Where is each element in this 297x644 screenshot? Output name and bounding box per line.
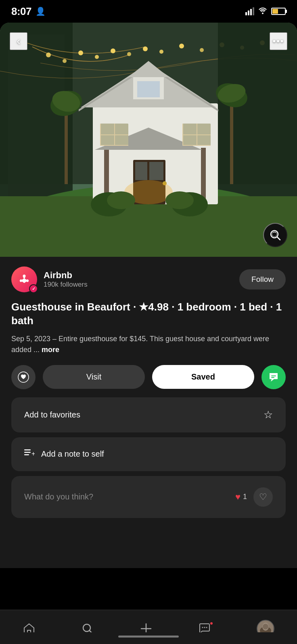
battery-icon bbox=[271, 8, 286, 15]
comment-button[interactable] bbox=[11, 365, 36, 389]
add-note-item[interactable]: + Add a note to self bbox=[11, 437, 286, 471]
svg-rect-67 bbox=[24, 454, 29, 455]
status-icons bbox=[245, 7, 286, 16]
hero-image-container: ‹ ••• bbox=[0, 23, 297, 257]
svg-point-10 bbox=[143, 46, 148, 51]
svg-point-6 bbox=[78, 50, 83, 55]
action-row: Visit Saved bbox=[11, 365, 286, 389]
favorites-label: Add to favorites bbox=[24, 410, 80, 420]
hero-image bbox=[0, 23, 297, 257]
svg-rect-31 bbox=[135, 162, 147, 180]
heart-count: ♥ 1 bbox=[235, 492, 247, 502]
signal-bars bbox=[245, 7, 254, 15]
publisher-left: ✓ Airbnb 190k followers bbox=[11, 266, 88, 292]
svg-rect-66 bbox=[24, 452, 31, 453]
add-to-favorites-item[interactable]: Add to favorites ☆ bbox=[11, 397, 286, 432]
note-lines-icon: + bbox=[24, 449, 35, 457]
svg-point-12 bbox=[179, 44, 184, 48]
note-left: + Add a note to self bbox=[24, 449, 104, 460]
svg-rect-32 bbox=[149, 162, 163, 180]
comment-heart-icon bbox=[18, 371, 29, 383]
svg-line-58 bbox=[277, 237, 280, 240]
options-list: Add to favorites ☆ + Add a note to self … bbox=[11, 397, 286, 518]
home-indicator bbox=[118, 636, 179, 638]
svg-marker-62 bbox=[271, 379, 274, 382]
airbnb-logo-inner bbox=[17, 272, 31, 287]
svg-point-9 bbox=[127, 52, 131, 56]
publisher-row: ✓ Airbnb 190k followers Follow bbox=[11, 266, 286, 292]
svg-point-11 bbox=[159, 50, 163, 54]
svg-rect-3 bbox=[8, 35, 65, 196]
comment-row[interactable]: What do you think? ♥ 1 ♡ bbox=[11, 476, 286, 518]
note-icon: + bbox=[24, 449, 35, 460]
post-title-text: Guesthouse in Beaufort · ★4.98 · 1 bedro… bbox=[11, 301, 282, 327]
svg-rect-64 bbox=[271, 377, 274, 378]
publisher-name: Airbnb bbox=[44, 270, 88, 281]
svg-rect-20 bbox=[0, 196, 297, 257]
more-link[interactable]: more bbox=[42, 346, 59, 354]
heart-outline-icon: ♡ bbox=[259, 492, 267, 502]
post-description: Sep 5, 2023 – Entire guesthouse for $145… bbox=[11, 334, 286, 355]
visual-search-button[interactable] bbox=[263, 223, 287, 247]
verified-badge: ✓ bbox=[29, 284, 38, 293]
more-button[interactable]: ••• bbox=[270, 32, 287, 50]
status-time: 8:07 bbox=[11, 5, 31, 18]
svg-point-7 bbox=[95, 55, 99, 59]
content-area: ✓ Airbnb 190k followers Follow Guesthous… bbox=[0, 257, 297, 568]
red-heart-icon: ♥ bbox=[235, 492, 241, 502]
svg-rect-26 bbox=[137, 81, 160, 97]
svg-rect-65 bbox=[24, 449, 31, 451]
publisher-avatar: ✓ bbox=[11, 266, 37, 292]
saved-button[interactable]: Saved bbox=[152, 365, 254, 389]
svg-point-50 bbox=[165, 191, 194, 209]
message-icon bbox=[268, 371, 280, 383]
svg-point-75 bbox=[206, 627, 207, 628]
svg-point-5 bbox=[63, 59, 67, 63]
svg-point-79 bbox=[263, 624, 268, 629]
more-dots-icon: ••• bbox=[272, 36, 284, 46]
post-title: Guesthouse in Beaufort · ★4.98 · 1 bedro… bbox=[11, 300, 286, 328]
svg-point-73 bbox=[202, 627, 203, 628]
wifi-icon bbox=[258, 7, 267, 16]
svg-point-4 bbox=[46, 52, 51, 57]
battery-fill bbox=[272, 9, 278, 14]
heart-outline-button[interactable]: ♡ bbox=[253, 487, 273, 507]
back-chevron-icon: ‹ bbox=[17, 35, 20, 48]
comment-prompt: What do you think? bbox=[24, 492, 93, 501]
svg-rect-45 bbox=[182, 124, 211, 146]
svg-rect-54 bbox=[230, 95, 233, 184]
status-bar: 8:07 👤 bbox=[0, 0, 297, 21]
svg-point-49 bbox=[107, 191, 135, 209]
svg-point-13 bbox=[200, 48, 204, 52]
star-outline-icon: ☆ bbox=[264, 409, 273, 421]
follow-button[interactable]: Follow bbox=[239, 269, 286, 289]
heart-count-text: 1 bbox=[243, 493, 247, 501]
back-button[interactable]: ‹ bbox=[10, 32, 27, 50]
comment-actions: ♥ 1 ♡ bbox=[235, 487, 273, 507]
visit-button[interactable]: Visit bbox=[43, 365, 145, 389]
svg-rect-39 bbox=[100, 124, 128, 146]
svg-rect-63 bbox=[271, 375, 276, 376]
svg-point-74 bbox=[204, 627, 205, 628]
publisher-info: Airbnb 190k followers bbox=[44, 270, 88, 289]
verified-check-icon: ✓ bbox=[32, 286, 36, 292]
person-icon: 👤 bbox=[36, 6, 46, 16]
note-label: Add a note to self bbox=[41, 449, 104, 459]
message-button[interactable] bbox=[261, 365, 286, 389]
publisher-followers: 190k followers bbox=[44, 281, 88, 289]
messages-notification-dot bbox=[209, 621, 213, 625]
lens-icon bbox=[269, 229, 281, 241]
svg-text:+: + bbox=[31, 450, 35, 457]
svg-point-8 bbox=[111, 48, 115, 53]
airbnb-logo-icon bbox=[17, 272, 31, 287]
svg-point-59 bbox=[272, 232, 277, 237]
home-indicator-bar bbox=[0, 632, 297, 644]
